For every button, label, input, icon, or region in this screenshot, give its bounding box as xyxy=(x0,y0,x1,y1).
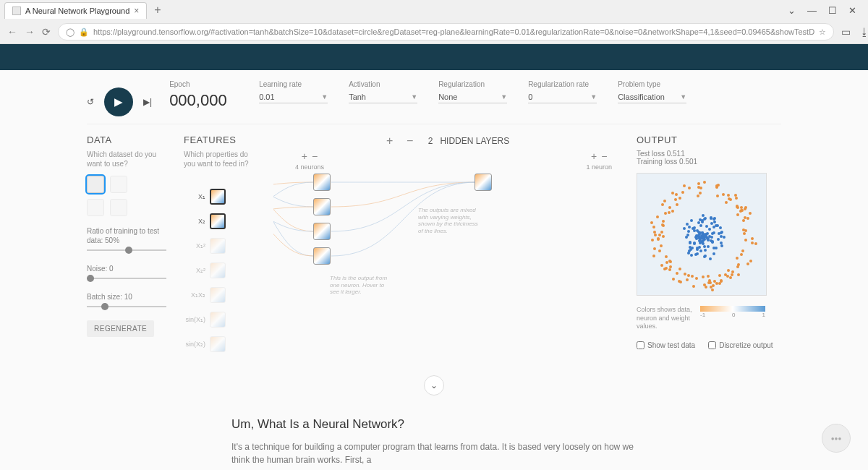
ratio-label: Ratio of training to test data: 50% xyxy=(87,226,166,245)
maximize-icon[interactable]: ☐ xyxy=(828,5,837,16)
data-column: DATA Which dataset do you want to use? R… xyxy=(87,134,166,358)
epoch-label: Epoch xyxy=(169,80,242,88)
new-tab-button[interactable]: + xyxy=(150,4,165,17)
feature-x1sq[interactable] xyxy=(210,238,226,254)
output-plot xyxy=(637,173,767,296)
feature-label: sin(X₂) xyxy=(184,341,205,348)
learning-rate-select[interactable]: 0.01▼ xyxy=(259,91,328,103)
reset-button[interactable]: ↺ xyxy=(87,97,94,107)
reg-rate-select[interactable]: 0▼ xyxy=(528,91,597,103)
activation-select[interactable]: Tanh▼ xyxy=(349,91,417,103)
lock-icon: 🔒 xyxy=(79,27,89,37)
activation-label: Activation xyxy=(349,80,421,88)
dataset-xor[interactable] xyxy=(110,176,127,193)
test-loss: Test loss 0.511 xyxy=(637,150,781,158)
hidden-layers-count: 2 xyxy=(428,136,433,146)
noise-slider[interactable] xyxy=(87,273,166,283)
feature-label: X₁X₂ xyxy=(184,291,205,299)
feature-label: sin(X₁) xyxy=(184,316,205,323)
forward-button[interactable]: → xyxy=(25,26,35,38)
expand-button[interactable]: ⌄ xyxy=(424,375,444,396)
output-title: OUTPUT xyxy=(637,134,781,145)
minimize-icon[interactable]: — xyxy=(807,5,817,16)
hidden-layers-label: HIDDEN LAYERS xyxy=(440,136,509,146)
nav-bar: ← → ⟳ ◯ 🔒 https://playground.tensorflow.… xyxy=(0,20,868,43)
bookmark-icon[interactable]: ☆ xyxy=(819,27,826,37)
feature-x1x2[interactable] xyxy=(210,287,226,303)
noise-label: Noise: 0 xyxy=(87,264,166,273)
play-button[interactable]: ▶ xyxy=(104,87,133,116)
training-loss: Training loss 0.501 xyxy=(637,158,781,166)
regularization-select[interactable]: None▼ xyxy=(438,91,507,103)
feature-sinx1[interactable] xyxy=(210,312,226,328)
problem-type-select[interactable]: Classification▼ xyxy=(618,91,686,103)
feature-label: X₂ xyxy=(184,218,205,225)
download-icon[interactable]: ⭳ xyxy=(859,26,868,38)
data-title: DATA xyxy=(87,134,166,145)
neuron-l1-2[interactable] xyxy=(313,198,331,215)
chevron-down-icon: ▼ xyxy=(321,93,328,101)
help-fab[interactable]: ●●● xyxy=(822,424,851,453)
browser-chrome: A Neural Network Playground × + ⌄ — ☐ ✕ … xyxy=(0,0,868,44)
neuron-l2-1[interactable] xyxy=(475,174,492,191)
features-title: FEATURES xyxy=(184,134,256,145)
regularization-label: Regularization xyxy=(438,80,511,88)
add-neuron-l2[interactable]: + xyxy=(591,150,597,162)
feature-label: X₂² xyxy=(184,267,205,274)
neuron-l1-1[interactable] xyxy=(313,174,331,191)
dataset-circle[interactable] xyxy=(87,176,104,193)
feature-label: X₁² xyxy=(184,242,205,249)
feature-x2sq[interactable] xyxy=(210,262,226,278)
url-text: https://playground.tensorflow.org/#activ… xyxy=(93,27,814,36)
ratio-slider[interactable] xyxy=(87,245,166,255)
dataset-gauss[interactable] xyxy=(87,199,104,216)
remove-neuron-l2[interactable]: − xyxy=(601,150,607,162)
app-header xyxy=(0,44,868,70)
feature-x2[interactable] xyxy=(210,213,226,229)
learning-rate-label: Learning rate xyxy=(259,80,331,88)
batch-label: Batch size: 10 xyxy=(87,292,166,302)
color-gradient xyxy=(700,306,765,312)
chevron-down-icon: ▼ xyxy=(680,93,686,101)
hint-output: This is the output from one neuron. Hove… xyxy=(330,275,395,296)
output-column: OUTPUT Test loss 0.511 Training loss 0.5… xyxy=(637,134,781,358)
network-column: + − 2 HIDDEN LAYERS +− 4 neurons +− 1 ne… xyxy=(273,134,619,358)
neuron-l1-3[interactable] xyxy=(313,223,331,240)
dataset-spiral[interactable] xyxy=(110,199,127,216)
legend-text: Colors shows data, neuron and weight val… xyxy=(637,306,694,331)
layer1-count: 4 neurons xyxy=(295,163,324,171)
tab-favicon xyxy=(12,7,21,15)
feature-sinx2[interactable] xyxy=(210,336,226,352)
hint-weights: The outputs are mixed with varying weigh… xyxy=(418,207,483,234)
reader-icon[interactable]: ▭ xyxy=(841,26,851,38)
features-subtitle: Which properties do you want to feed in? xyxy=(184,150,256,168)
remove-layer-button[interactable]: − xyxy=(404,134,417,148)
data-subtitle: Which dataset do you want to use? xyxy=(87,150,166,168)
reload-button[interactable]: ⟳ xyxy=(42,26,51,38)
remove-neuron-l1[interactable]: − xyxy=(312,150,318,162)
shield-icon: ◯ xyxy=(66,27,75,37)
show-test-checkbox[interactable]: Show test data xyxy=(637,341,695,349)
features-column: FEATURES Which properties do you want to… xyxy=(184,134,256,358)
add-neuron-l1[interactable]: + xyxy=(302,150,307,162)
discretize-checkbox[interactable]: Discretize output xyxy=(708,341,773,349)
step-button[interactable]: ▶| xyxy=(143,97,152,107)
chevron-down-icon[interactable]: ⌄ xyxy=(788,5,796,16)
chevron-down-icon: ▼ xyxy=(501,93,507,101)
url-bar[interactable]: ◯ 🔒 https://playground.tensorflow.org/#a… xyxy=(58,23,834,40)
add-layer-button[interactable]: + xyxy=(383,134,396,148)
feature-label: X₁ xyxy=(184,193,205,200)
top-controls: ↺ ▶ ▶| Epoch 000,000 Learning rate 0.01▼… xyxy=(87,80,781,124)
close-icon[interactable]: × xyxy=(134,6,139,16)
back-button[interactable]: ← xyxy=(7,26,17,38)
neuron-l1-4[interactable] xyxy=(313,247,331,265)
browser-tab[interactable]: A Neural Network Playground × xyxy=(4,2,147,19)
problem-type-label: Problem type xyxy=(618,80,690,88)
close-window-icon[interactable]: ✕ xyxy=(848,5,856,16)
tab-title: A Neural Network Playground xyxy=(25,7,129,15)
chevron-down-icon: ▼ xyxy=(590,93,597,101)
regenerate-button[interactable]: REGENERATE xyxy=(87,320,154,337)
article-section: Um, What Is a Neural Network? It's a tec… xyxy=(231,417,637,470)
feature-x1[interactable] xyxy=(210,189,226,205)
batch-slider[interactable] xyxy=(87,302,166,312)
